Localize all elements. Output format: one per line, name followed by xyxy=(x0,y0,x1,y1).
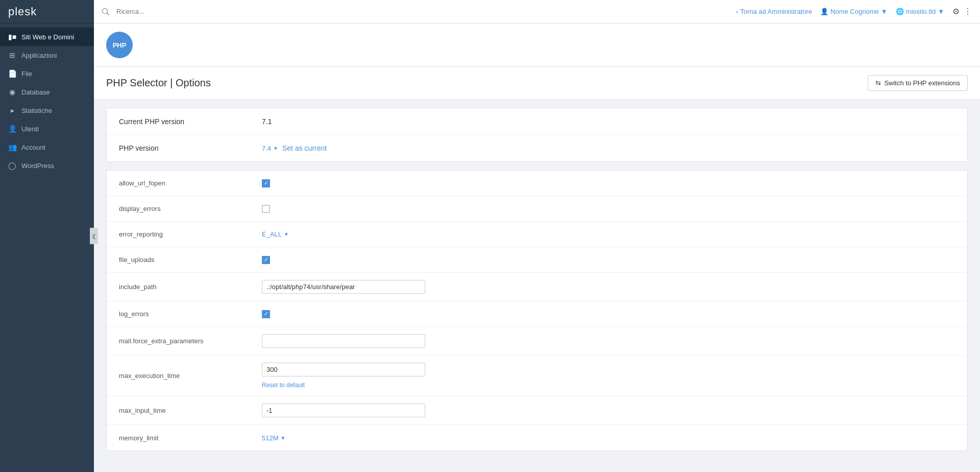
option-row-include_path: include_path xyxy=(107,273,967,301)
option-label-mail_force_extra_parameters: mail.force_extra_parameters xyxy=(119,337,262,345)
sidebar-item-label: WordPress xyxy=(21,162,54,170)
option-label-error_reporting: error_reporting xyxy=(119,230,262,238)
option-row-max_input_time: max_input_time xyxy=(107,396,967,425)
input-include_path[interactable] xyxy=(262,280,425,294)
reset-link-max_execution_time[interactable]: Reset to default xyxy=(262,382,305,389)
php-version-value: 7.4 ▼ Set as current xyxy=(262,144,327,152)
sidebar: plesk ▮■ Siti Web e Domini ⊞ Applicazion… xyxy=(0,0,94,472)
switch-icon: ⇆ xyxy=(875,79,881,87)
search-input[interactable] xyxy=(112,5,214,18)
database-icon: ◉ xyxy=(8,88,16,96)
sidebar-nav: ▮■ Siti Web e Domini ⊞ Applicazioni 📄 Fi… xyxy=(0,23,94,179)
sidebar-item-label: Siti Web e Domini xyxy=(21,33,74,41)
monitor-icon: ▮■ xyxy=(8,33,16,41)
dropdown-memory_limit[interactable]: 512M ▼ xyxy=(262,434,285,442)
wordpress-icon: ◯ xyxy=(8,161,16,170)
option-label-include_path: include_path xyxy=(119,283,262,291)
topbar-right: ‹ Torna ad Amministratore 👤 Nome Cognome… xyxy=(736,7,972,16)
person-icon: 👥 xyxy=(8,143,16,151)
plesk-logo-text: plesk xyxy=(8,5,37,18)
option-label-file_uploads: file_uploads xyxy=(119,256,262,264)
option-row-display_errors: display_errors xyxy=(107,196,967,222)
option-control-allow_url_fopen: ✓ xyxy=(262,179,270,187)
user-menu[interactable]: 👤 Nome Cognome ▼ xyxy=(820,8,888,15)
sidebar-item-file[interactable]: 📄 File xyxy=(0,64,94,83)
sidebar-item-label: Statistiche xyxy=(21,107,52,114)
option-control-memory_limit: 512M ▼ xyxy=(262,434,285,442)
php-version-row: PHP version 7.4 ▼ Set as current xyxy=(107,135,967,161)
option-row-mail_force_extra_parameters: mail.force_extra_parameters xyxy=(107,327,967,356)
search-area xyxy=(102,5,736,18)
option-row-error_reporting: error_reportingE_ALL ▼ xyxy=(107,222,967,247)
user-icon: 👤 xyxy=(8,125,16,133)
checkbox-log_errors[interactable]: ✓ xyxy=(262,310,270,318)
php-version-section: Current PHP version 7.1 PHP version 7.4 … xyxy=(106,108,968,162)
php-icon: PHP xyxy=(106,32,133,58)
current-php-value: 7.1 xyxy=(262,117,272,126)
chevron-down-icon: ▼ xyxy=(281,435,286,441)
sidebar-item-label: Applicazioni xyxy=(21,52,57,59)
option-control-max_execution_time: Reset to default xyxy=(262,363,425,389)
options-section: allow_url_fopen✓display_errorserror_repo… xyxy=(106,170,968,451)
sidebar-item-label: Utenti xyxy=(21,125,39,133)
domain-menu[interactable]: 🌐 miosito.tld ▼ xyxy=(896,8,944,15)
sidebar-item-label: Account xyxy=(21,144,45,151)
current-php-row: Current PHP version 7.1 xyxy=(107,108,967,135)
set-as-current-link[interactable]: Set as current xyxy=(282,144,327,152)
chevron-down-icon: ▼ xyxy=(938,8,944,15)
checkbox-file_uploads[interactable]: ✓ xyxy=(262,256,270,264)
chevron-left-icon: ‹ xyxy=(736,8,738,15)
input-mail_force_extra_parameters[interactable] xyxy=(262,334,425,348)
sidebar-item-utenti[interactable]: 👤 Utenti xyxy=(0,120,94,138)
input-max_execution_time[interactable] xyxy=(262,363,425,376)
back-to-admin-link[interactable]: ‹ Torna ad Amministratore xyxy=(736,8,812,15)
option-control-log_errors: ✓ xyxy=(262,310,270,318)
topbar: ‹ Torna ad Amministratore 👤 Nome Cognome… xyxy=(0,0,980,23)
more-icon[interactable]: ⋮ xyxy=(964,7,972,16)
php-version-label: PHP version xyxy=(119,144,262,152)
chevron-down-icon: ▼ xyxy=(273,146,278,151)
option-label-max_input_time: max_input_time xyxy=(119,407,262,414)
checkmark-icon: ✓ xyxy=(264,257,268,263)
option-control-max_input_time xyxy=(262,404,425,417)
input-max_input_time[interactable] xyxy=(262,404,425,417)
search-icon xyxy=(102,8,109,15)
checkbox-allow_url_fopen[interactable]: ✓ xyxy=(262,179,270,187)
sidebar-item-siti-web[interactable]: ▮■ Siti Web e Domini xyxy=(0,28,94,46)
option-label-memory_limit: memory_limit xyxy=(119,434,262,442)
sidebar-item-account[interactable]: 👥 Account xyxy=(0,138,94,156)
dropdown-error_reporting[interactable]: E_ALL ▼ xyxy=(262,230,289,238)
option-label-max_execution_time: max_execution_time xyxy=(119,372,262,380)
dropdown-value: E_ALL xyxy=(262,230,282,238)
grid-icon: ⊞ xyxy=(8,51,16,59)
option-row-allow_url_fopen: allow_url_fopen✓ xyxy=(107,171,967,196)
option-label-display_errors: display_errors xyxy=(119,205,262,213)
option-control-error_reporting: E_ALL ▼ xyxy=(262,230,289,238)
checkbox-display_errors[interactable] xyxy=(262,205,270,213)
topbar-settings: ⚙ ⋮ xyxy=(952,7,972,16)
sidebar-collapse-button[interactable]: ❮ xyxy=(90,228,98,244)
sidebar-item-statistiche[interactable]: ▸ Statistiche xyxy=(0,101,94,120)
page-title-area: PHP Selector | Options ⇆ Switch to PHP e… xyxy=(94,67,980,100)
sidebar-logo: plesk xyxy=(0,0,94,23)
sidebar-item-label: File xyxy=(21,70,32,78)
option-row-file_uploads: file_uploads✓ xyxy=(107,247,967,273)
file-icon: 📄 xyxy=(8,69,16,78)
php-version-dropdown[interactable]: 7.4 ▼ xyxy=(262,145,278,152)
sidebar-item-label: Database xyxy=(21,88,50,96)
option-control-mail_force_extra_parameters xyxy=(262,334,425,348)
checkmark-icon: ✓ xyxy=(264,311,268,317)
sidebar-item-wordpress[interactable]: ◯ WordPress xyxy=(0,156,94,175)
globe-icon: 🌐 xyxy=(896,8,904,15)
option-row-log_errors: log_errors✓ xyxy=(107,301,967,327)
settings-icon[interactable]: ⚙ xyxy=(952,7,960,16)
switch-to-php-extensions-button[interactable]: ⇆ Switch to PHP extensions xyxy=(868,75,968,91)
option-control-display_errors xyxy=(262,205,270,213)
user-icon-topbar: 👤 xyxy=(820,8,828,15)
sidebar-item-applicazioni[interactable]: ⊞ Applicazioni xyxy=(0,46,94,64)
sidebar-item-database[interactable]: ◉ Database xyxy=(0,83,94,101)
chevron-down-icon: ▼ xyxy=(284,231,289,237)
php-header: PHP xyxy=(94,23,980,67)
option-label-log_errors: log_errors xyxy=(119,310,262,318)
option-control-file_uploads: ✓ xyxy=(262,256,270,264)
